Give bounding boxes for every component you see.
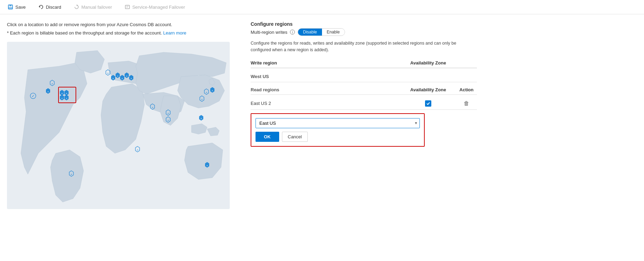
th-write-region: Write region	[251, 60, 400, 66]
desc-line1: Click on a location to add or remove reg…	[7, 21, 233, 28]
svg-text:+: +	[107, 72, 109, 75]
configure-desc: Configure the regions for reads, writes …	[251, 40, 466, 53]
delete-button[interactable]: 🗑	[464, 100, 469, 107]
multi-region-row: Multi-region writes i Disable Enable	[251, 28, 637, 36]
main-content: Click on a location to add or remove reg…	[0, 14, 644, 216]
svg-rect-3	[125, 5, 129, 9]
svg-rect-1	[9, 5, 11, 6]
svg-text:+: +	[206, 91, 207, 94]
sh-read-regions: Read regions	[251, 87, 400, 92]
info-icon[interactable]: i	[290, 30, 295, 34]
az-checkbox[interactable]	[425, 100, 431, 107]
add-region-container: East US East US 2 West US West US 2 Nort…	[251, 113, 425, 147]
write-region-value: West US	[251, 74, 400, 79]
svg-text:+: +	[126, 75, 128, 78]
map-container[interactable]: ✓ + + +	[7, 42, 230, 209]
region-select[interactable]: East US East US 2 West US West US 2 Nort…	[256, 118, 420, 128]
toolbar: Save Discard Manual failover Service-Man…	[0, 0, 644, 14]
discard-label: Discard	[46, 5, 61, 10]
service-managed-icon	[125, 4, 130, 10]
sh-read-az: Availability Zone	[400, 87, 456, 92]
svg-text:+: +	[121, 77, 123, 80]
read-region-row-east-us-2: East US 2 🗑	[251, 98, 477, 110]
svg-text:+: +	[61, 97, 63, 100]
svg-text:+: +	[47, 90, 49, 93]
sh-read-action: Action	[456, 87, 477, 92]
enable-toggle-btn[interactable]: Enable	[322, 29, 345, 36]
svg-text:+: +	[117, 75, 119, 78]
dropdown-row: East US East US 2 West US West US 2 Nort…	[256, 118, 420, 128]
discard-icon	[38, 4, 44, 10]
svg-text:+: +	[61, 92, 63, 95]
svg-text:+: +	[131, 77, 132, 80]
service-managed-label: Service-Managed Failover	[132, 5, 185, 10]
svg-text:+: +	[167, 119, 169, 122]
desc-line2: * Each region is billable based on the t…	[7, 30, 233, 37]
th-write-az: Availability Zone	[400, 60, 456, 66]
cancel-button[interactable]: Cancel	[282, 132, 308, 142]
learn-more-link[interactable]: Learn more	[163, 30, 186, 36]
save-label: Save	[15, 5, 26, 10]
right-panel: Configure regions Multi-region writes i …	[244, 21, 637, 209]
read-region-az-cell	[400, 100, 456, 107]
configure-title: Configure regions	[251, 21, 637, 27]
manual-failover-label: Manual failover	[81, 5, 112, 10]
discard-button[interactable]: Discard	[36, 3, 63, 11]
svg-text:+: +	[112, 77, 114, 80]
svg-text:+: +	[167, 112, 169, 115]
read-regions-header: Read regions Availability Zone Action	[251, 85, 477, 95]
disable-toggle-btn[interactable]: Disable	[298, 29, 322, 36]
multi-region-label: Multi-region writes	[251, 30, 287, 35]
checkmark-icon	[426, 101, 430, 106]
svg-text:+: +	[212, 89, 213, 92]
save-icon	[8, 4, 13, 10]
svg-text:+: +	[52, 82, 53, 85]
description: Click on a location to add or remove reg…	[7, 21, 233, 36]
regions-table: Write region Availability Zone West US R…	[251, 60, 477, 147]
svg-text:+: +	[71, 173, 72, 176]
svg-text:+: +	[152, 106, 154, 109]
left-panel: Click on a location to add or remove reg…	[7, 21, 244, 209]
read-region-name: East US 2	[251, 101, 400, 106]
svg-text:+: +	[137, 148, 139, 152]
save-button[interactable]: Save	[6, 3, 28, 11]
svg-rect-2	[9, 7, 12, 9]
multi-region-toggle: Disable Enable	[298, 28, 345, 36]
svg-text:+: +	[206, 164, 208, 167]
svg-text:+: +	[201, 117, 202, 120]
ok-button[interactable]: OK	[256, 132, 279, 142]
service-managed-failover-button[interactable]: Service-Managed Failover	[123, 3, 187, 11]
write-region-row: West US	[251, 71, 477, 82]
manual-failover-icon	[74, 4, 79, 10]
manual-failover-button[interactable]: Manual failover	[72, 3, 114, 11]
read-region-action-cell: 🗑	[456, 100, 477, 107]
svg-text:✓: ✓	[32, 94, 34, 98]
region-dropdown-wrapper: East US East US 2 West US West US 2 Nort…	[256, 118, 420, 128]
svg-text:+: +	[66, 97, 68, 100]
svg-text:+: +	[66, 92, 68, 95]
svg-text:+: +	[201, 98, 203, 101]
world-map: ✓ + + +	[7, 42, 230, 209]
table-header-write: Write region Availability Zone	[251, 60, 477, 68]
action-buttons: OK Cancel	[256, 132, 420, 142]
